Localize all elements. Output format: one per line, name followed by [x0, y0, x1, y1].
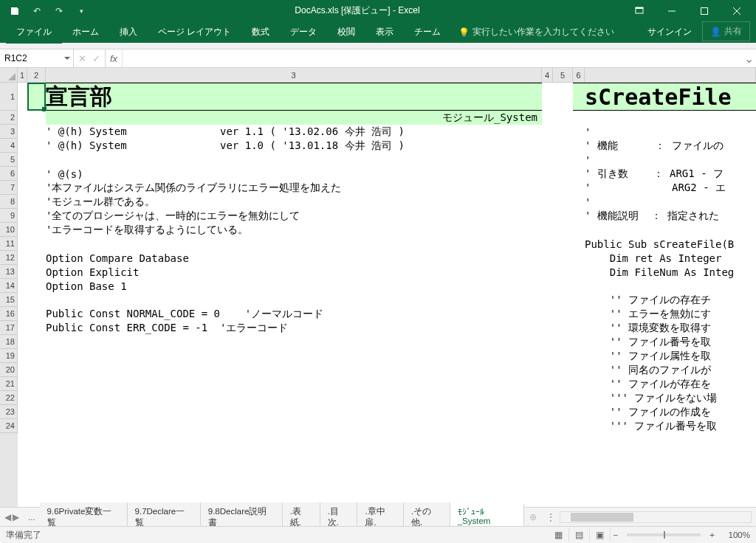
file-tab[interactable]: ファイル — [6, 21, 62, 44]
row-header[interactable]: 18 — [0, 335, 18, 349]
zoom-slider[interactable] — [627, 533, 701, 536]
row-header[interactable]: 12 — [0, 251, 18, 265]
zoom-value[interactable]: 100% — [718, 530, 750, 539]
select-all-corner[interactable] — [0, 68, 18, 83]
ribbon-tab-insert[interactable]: 挿入 — [109, 21, 148, 44]
cell[interactable] — [46, 111, 542, 125]
col-header[interactable]: 5 — [553, 68, 573, 83]
row-header[interactable]: 17 — [0, 321, 18, 335]
row-header[interactable]: 11 — [0, 237, 18, 251]
cell[interactable]: ' — [585, 195, 756, 209]
cell[interactable]: ''' ファイル番号を取 — [585, 419, 756, 433]
view-pagelayout-icon[interactable]: ▤ — [569, 528, 590, 542]
ribbon-tab-home[interactable]: ホーム — [62, 21, 109, 44]
cell[interactable]: Public Const NORMAL_CODE = 0 'ノーマルコード — [46, 307, 542, 321]
share-button[interactable]: 👤共有 — [702, 21, 750, 41]
close-icon[interactable] — [721, 0, 753, 21]
row-header[interactable]: 19 — [0, 349, 18, 363]
cell[interactable]: ' — [585, 125, 756, 139]
cell[interactable] — [46, 377, 542, 391]
cell[interactable]: '' ファイルの存在チ — [585, 293, 756, 307]
row-header[interactable]: 23 — [0, 405, 18, 419]
ribbon-tab-pagelayout[interactable]: ページ レイアウト — [148, 21, 241, 44]
cell[interactable]: '' ファイル番号を取 — [585, 335, 756, 349]
row-header[interactable]: 16 — [0, 307, 18, 321]
cell[interactable]: ''' ファイルをない場 — [585, 391, 756, 405]
cell[interactable] — [46, 419, 542, 433]
cell[interactable]: Option Base 1 — [46, 279, 542, 293]
ribbon-tab-view[interactable]: 表示 — [365, 21, 404, 44]
cell[interactable]: '' ファイルが存在を — [585, 377, 756, 391]
ribbon-tab-review[interactable]: 校閲 — [327, 21, 365, 44]
row-header[interactable]: 1 — [0, 83, 18, 111]
row-header[interactable]: 5 — [0, 153, 18, 167]
row-header[interactable]: 14 — [0, 279, 18, 293]
horizontal-scrollbar[interactable] — [560, 511, 752, 523]
row-header[interactable]: 3 — [0, 125, 18, 139]
cell[interactable] — [46, 293, 542, 307]
col-header[interactable]: 3 — [46, 68, 542, 83]
cell[interactable]: 'モジュール群である。 — [46, 195, 542, 209]
row-header[interactable]: 8 — [0, 195, 18, 209]
cell[interactable]: '' エラーを無効にす — [585, 307, 756, 321]
cell[interactable]: ' @(h) System ver 1.1 ( '13.02.06 今井 浩司 … — [46, 125, 542, 139]
col-header[interactable]: 6 — [573, 68, 585, 83]
row-header[interactable]: 13 — [0, 265, 18, 279]
cell[interactable]: '全てのプロシージャは、一時的にエラーを無効にして — [46, 209, 542, 223]
zoom-in-icon[interactable]: + — [707, 530, 718, 539]
row-header[interactable]: 7 — [0, 181, 18, 195]
row-header[interactable]: 20 — [0, 363, 18, 377]
cell[interactable]: '' 同名のファイルが — [585, 363, 756, 377]
cell[interactable]: Dim ret As Integer — [585, 251, 756, 265]
cell[interactable]: '' ファイル属性を取 — [585, 349, 756, 363]
cell[interactable] — [46, 335, 542, 349]
row-header[interactable]: 4 — [0, 139, 18, 153]
cell[interactable]: ' 機能 ： ファイルの — [585, 139, 756, 153]
row-header[interactable]: 2 — [0, 111, 18, 125]
cell[interactable] — [585, 111, 756, 125]
tab-overflow[interactable]: ... — [24, 513, 40, 522]
expand-formula-icon[interactable]: ⌄ — [741, 49, 756, 67]
cell[interactable]: ' 機能説明 ： 指定された — [585, 209, 756, 223]
minimize-icon[interactable] — [656, 0, 688, 21]
cell[interactable] — [46, 405, 542, 419]
cell[interactable]: ' — [585, 153, 756, 167]
col-header[interactable]: 4 — [542, 68, 553, 83]
row-header[interactable]: 21 — [0, 377, 18, 391]
row-header[interactable]: 22 — [0, 391, 18, 405]
qat-dropdown-icon[interactable]: ▾ — [71, 2, 92, 20]
row-header[interactable]: 15 — [0, 293, 18, 307]
undo-icon[interactable]: ↶ — [27, 2, 47, 20]
cell[interactable]: Option Explicit — [46, 265, 542, 279]
row-header[interactable]: 9 — [0, 209, 18, 223]
cell[interactable]: Public Sub sCreateFile(B — [585, 237, 756, 251]
view-normal-icon[interactable]: ▦ — [549, 528, 569, 542]
tell-me[interactable]: 💡実行したい作業を入力してください — [451, 21, 622, 43]
cell[interactable]: '' 環境変数を取得す — [585, 321, 756, 335]
save-icon[interactable] — [4, 2, 25, 20]
cell[interactable]: '' ファイルの作成を — [585, 405, 756, 419]
row-header[interactable]: 10 — [0, 223, 18, 237]
redo-icon[interactable]: ↷ — [49, 2, 69, 20]
cell[interactable]: ' ARG2 - エ — [585, 181, 756, 195]
cell[interactable]: Dim FileNum As Integ — [585, 265, 756, 279]
formula-bar[interactable] — [123, 49, 741, 67]
add-sheet-icon[interactable]: ⊕ — [524, 512, 542, 522]
cell[interactable] — [46, 349, 542, 363]
row-header[interactable]: 24 — [0, 419, 18, 433]
col-header[interactable] — [585, 68, 756, 83]
ribbon-tab-formulas[interactable]: 数式 — [241, 21, 280, 44]
tab-nav-next-icon[interactable]: ▶ — [13, 512, 19, 522]
ribbon-tab-team[interactable]: チーム — [404, 21, 451, 44]
cell[interactable]: Public Const ERR_CODE = -1 'エラーコード — [46, 321, 542, 335]
ribbon-options-icon[interactable] — [623, 0, 656, 21]
zoom-out-icon[interactable]: − — [611, 530, 622, 539]
cell[interactable] — [46, 237, 542, 251]
cell[interactable]: 'エラーコードを取得するようにしている。 — [46, 223, 542, 237]
row-header[interactable]: 6 — [0, 167, 18, 181]
cell[interactable] — [585, 279, 756, 293]
cell[interactable]: ' @(h) System ver 1.0 ( '13.01.18 今井 浩司 … — [46, 139, 542, 153]
fx-icon[interactable]: fx — [106, 49, 123, 67]
maximize-icon[interactable] — [688, 0, 721, 21]
name-box[interactable]: R1C2 — [0, 49, 74, 67]
